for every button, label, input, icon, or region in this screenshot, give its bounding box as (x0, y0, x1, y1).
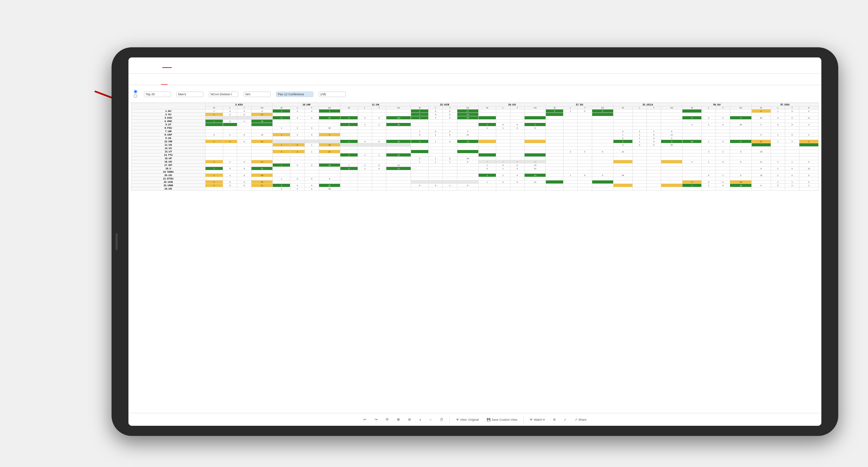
matrix-cell (563, 184, 578, 187)
matrix-cell: 0 (799, 109, 818, 113)
matrix-cell (237, 177, 251, 180)
matrix-cell: 13 (799, 167, 818, 170)
matrix-cell: 0 (443, 133, 457, 137)
matrix-cell (478, 137, 496, 140)
matrix-cell: 1 (273, 109, 290, 113)
nav-tab-teams[interactable] (152, 63, 162, 68)
expand-button[interactable]: ⤢ (562, 417, 569, 422)
save-custom-view-button[interactable]: 💾 Save Custom View (485, 417, 519, 422)
matrix-cell (273, 153, 290, 157)
matrix-cell (273, 147, 290, 150)
matrix-cell (682, 130, 702, 133)
share-settings-button[interactable]: ⚙ (551, 417, 558, 422)
nav-tab-rankings[interactable] (172, 63, 182, 68)
matrix-cell: 1 (771, 160, 785, 164)
matrix-cell (457, 180, 478, 184)
sub-dif-asu: Dif (251, 106, 273, 109)
matrix-cell (563, 130, 578, 133)
matrix-cell (443, 167, 457, 170)
matrix-cell (799, 113, 818, 116)
sub-tab-matrix[interactable] (161, 81, 168, 85)
conference-select[interactable]: Pac-12 Conference (276, 92, 313, 97)
matrix-cell (730, 147, 751, 150)
sub-dif-ucb: Dif (457, 106, 478, 109)
matrix-cell: 0 (237, 174, 251, 177)
timer-button[interactable]: ⏱ (438, 417, 445, 423)
matrix-cell (578, 187, 592, 191)
matrix-cell (319, 170, 340, 174)
matrix-cell: 18 (730, 184, 751, 187)
zoom-in-button[interactable]: + (417, 417, 423, 423)
zoom-out-button[interactable]: − (428, 417, 434, 423)
sub-tab-matrix2[interactable] (201, 81, 208, 85)
matrix-cell (613, 177, 632, 180)
sub-tab-h2hgrid2[interactable] (188, 81, 195, 85)
matrix-cell (592, 133, 613, 137)
matrix-cell (510, 157, 524, 160)
matrix-cell (751, 130, 771, 133)
refresh-button[interactable]: ⟳ (384, 416, 391, 423)
matrix-cell (358, 109, 372, 113)
remove-button[interactable]: ⊖ (406, 416, 413, 423)
gender-select[interactable]: Men's (176, 92, 203, 97)
sub-t-asu: T (237, 106, 251, 109)
matrix-cell (632, 113, 647, 116)
sub-tab-detail[interactable] (181, 81, 188, 85)
add-button[interactable]: ⊕ (395, 416, 402, 423)
region-select[interactable]: N/A (244, 92, 271, 97)
matrix-cell (546, 187, 563, 191)
matrix-cell (682, 113, 702, 116)
table-row: 24. UO02029 (131, 187, 819, 191)
row-label-cell: 2. VU (131, 113, 206, 116)
max-teams-select[interactable]: Top 25 (144, 92, 171, 97)
matrix-cell: 9 (319, 177, 340, 180)
undo-button[interactable]: ↩ (361, 416, 368, 423)
matrix-cell (716, 167, 730, 170)
matrix-cell: 0 (785, 123, 799, 126)
matrix-cell: 1 (443, 184, 457, 187)
compact-view-radio[interactable] (134, 94, 139, 98)
matrix-cell: 48 (457, 116, 478, 120)
matrix-cell: 1 (751, 123, 771, 126)
matrix-cell: 2 (290, 133, 305, 137)
matrix-cell (647, 187, 661, 191)
matrix-cell: 0 (785, 116, 799, 120)
expand-icon: ⤢ (564, 418, 566, 421)
share-button[interactable]: ↗ Share (573, 417, 588, 422)
division-select[interactable]: NCAA Division I (209, 92, 238, 97)
matrix-cell (223, 137, 237, 140)
matrix-cell (525, 170, 546, 174)
matrix-cell (478, 120, 496, 123)
nav-tab-committee[interactable] (162, 63, 172, 68)
matrix-cell (340, 187, 358, 191)
matrix-cell (785, 113, 799, 116)
sub-tab-h2hheatmap[interactable] (154, 81, 161, 85)
matrix-cell (290, 160, 305, 164)
table-row: 2. VU1201220025 (131, 113, 819, 116)
filter-bar: Top 25 Men's NCAA Division I (128, 85, 821, 103)
sub-tab-players[interactable] (168, 81, 174, 85)
nav-tab-tournaments[interactable] (142, 63, 151, 68)
sub-tab-h2hheatmap2[interactable] (195, 81, 201, 85)
matrix-content[interactable]: 3. ASU 10. UW 11. UA 22. UCB 24. UO 27. … (128, 103, 821, 413)
sub-tab-summary[interactable] (141, 81, 147, 85)
main-nav (142, 63, 182, 68)
sub-tab-teams[interactable] (134, 81, 141, 85)
matrix-cell: 2 (205, 160, 223, 164)
sub-tab-h2hgrid[interactable] (147, 81, 154, 85)
full-view-radio[interactable] (134, 90, 139, 93)
matrix-cell (205, 164, 223, 167)
redo-button[interactable]: ↪ (372, 416, 380, 423)
matrix-cell (223, 147, 237, 150)
sub-tab-summary2[interactable] (174, 81, 181, 85)
app-header (128, 57, 821, 74)
matrix-cell: 0 (237, 167, 251, 170)
watch-button[interactable]: 👁 Watch ▾ (528, 417, 547, 422)
team-select[interactable]: (All) (319, 92, 346, 97)
matrix-cell: 0 (592, 150, 613, 153)
matrix-cell (443, 137, 457, 140)
view-original-button[interactable]: 👁 View: Original (454, 417, 481, 422)
matrix-cell: 0 (411, 157, 429, 160)
matrix-cell (751, 157, 771, 160)
matrix-cell (372, 133, 386, 137)
